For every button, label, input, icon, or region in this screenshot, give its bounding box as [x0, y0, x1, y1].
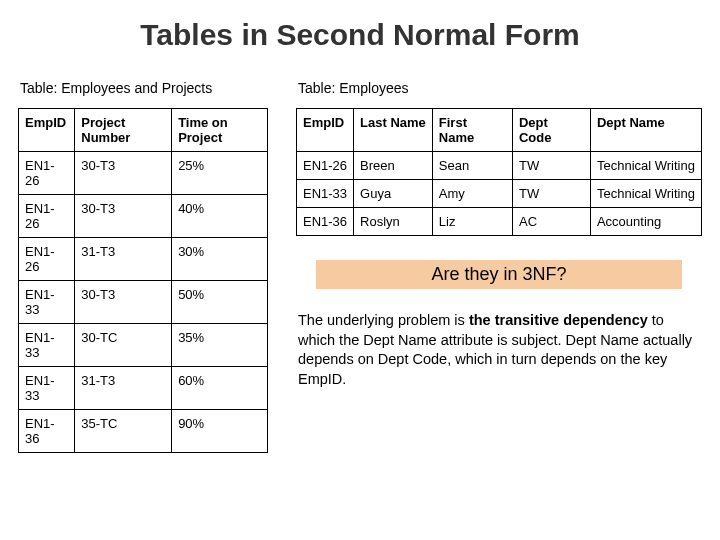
table-row: EN1-36RoslynLizACAccounting [297, 208, 702, 236]
col-header: Time on Project [172, 109, 268, 152]
cell: 90% [172, 410, 268, 453]
cell: EN1-33 [19, 367, 75, 410]
cell: EN1-26 [19, 195, 75, 238]
col-header: Project Number [75, 109, 172, 152]
columns: Table: Employees and Projects EmpID Proj… [18, 80, 702, 453]
cell: AC [512, 208, 590, 236]
cell: EN1-26 [19, 152, 75, 195]
cell: 30-T3 [75, 281, 172, 324]
cell: 60% [172, 367, 268, 410]
table-row: EN1-2630-T340% [19, 195, 268, 238]
col-header: Dept Name [590, 109, 701, 152]
cell: Technical Writing [590, 152, 701, 180]
cell: 30-T3 [75, 152, 172, 195]
slide-title: Tables in Second Normal Form [18, 18, 702, 52]
table-row: EN1-2631-T330% [19, 238, 268, 281]
cell: 50% [172, 281, 268, 324]
employees-table: EmpID Last Name First Name Dept Code Dep… [296, 108, 702, 236]
left-table-caption: Table: Employees and Projects [20, 80, 268, 96]
col-header: First Name [432, 109, 512, 152]
para-text: The underlying problem is [298, 312, 469, 328]
cell: Breen [354, 152, 433, 180]
cell: EN1-36 [19, 410, 75, 453]
col-header: Last Name [354, 109, 433, 152]
cell: Liz [432, 208, 512, 236]
cell: EN1-26 [297, 152, 354, 180]
cell: Accounting [590, 208, 701, 236]
cell: 25% [172, 152, 268, 195]
callout-3nf: Are they in 3NF? [316, 260, 682, 289]
col-header: EmpID [19, 109, 75, 152]
cell: 31-T3 [75, 367, 172, 410]
right-column: Table: Employees EmpID Last Name First N… [296, 80, 702, 389]
cell: 40% [172, 195, 268, 238]
cell: 30-T3 [75, 195, 172, 238]
cell: TW [512, 152, 590, 180]
cell: EN1-33 [19, 281, 75, 324]
cell: 35-TC [75, 410, 172, 453]
cell: 30-TC [75, 324, 172, 367]
table-row: EN1-3330-TC35% [19, 324, 268, 367]
table-header-row: EmpID Project Number Time on Project [19, 109, 268, 152]
table-row: EN1-3330-T350% [19, 281, 268, 324]
cell: Amy [432, 180, 512, 208]
table-row: EN1-3635-TC90% [19, 410, 268, 453]
right-table-caption: Table: Employees [298, 80, 702, 96]
explanation-paragraph: The underlying problem is the transitive… [298, 311, 700, 389]
cell: Technical Writing [590, 180, 701, 208]
table-header-row: EmpID Last Name First Name Dept Code Dep… [297, 109, 702, 152]
col-header: Dept Code [512, 109, 590, 152]
cell: 31-T3 [75, 238, 172, 281]
cell: EN1-33 [19, 324, 75, 367]
cell: Sean [432, 152, 512, 180]
col-header: EmpID [297, 109, 354, 152]
left-column: Table: Employees and Projects EmpID Proj… [18, 80, 268, 453]
table-row: EN1-3331-T360% [19, 367, 268, 410]
cell: 30% [172, 238, 268, 281]
cell: Guya [354, 180, 433, 208]
table-row: EN1-2630-T325% [19, 152, 268, 195]
cell: 35% [172, 324, 268, 367]
cell: EN1-26 [19, 238, 75, 281]
table-row: EN1-33GuyaAmyTWTechnical Writing [297, 180, 702, 208]
cell: Roslyn [354, 208, 433, 236]
cell: TW [512, 180, 590, 208]
employees-projects-table: EmpID Project Number Time on Project EN1… [18, 108, 268, 453]
cell: EN1-33 [297, 180, 354, 208]
para-bold: the transitive dependency [469, 312, 648, 328]
table-row: EN1-26BreenSeanTWTechnical Writing [297, 152, 702, 180]
cell: EN1-36 [297, 208, 354, 236]
